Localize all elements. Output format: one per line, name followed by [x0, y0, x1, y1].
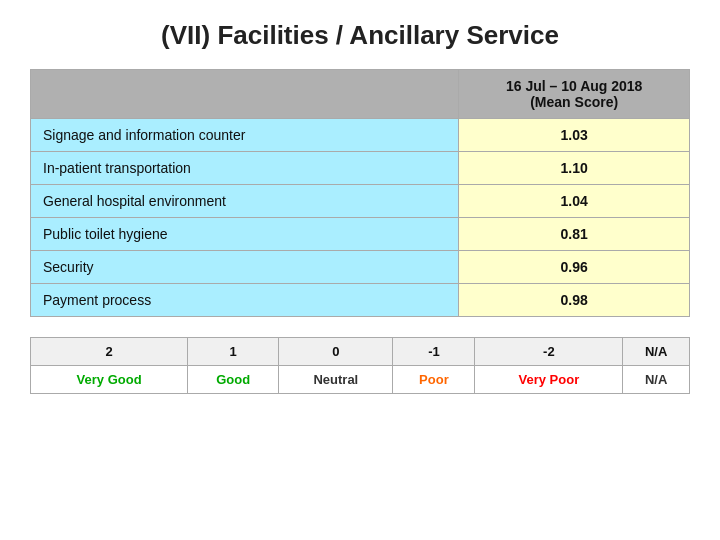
- table-row: In-patient transportation1.10: [31, 152, 690, 185]
- row-label: In-patient transportation: [31, 152, 459, 185]
- legend-number: N/A: [623, 338, 690, 366]
- legend-number: 0: [279, 338, 393, 366]
- legend-number: -1: [393, 338, 475, 366]
- row-score: 1.04: [459, 185, 690, 218]
- table-row: Security0.96: [31, 251, 690, 284]
- legend-num-row: 210-1-2N/A: [31, 338, 690, 366]
- legend-label: Poor: [393, 366, 475, 394]
- legend-number: 1: [188, 338, 279, 366]
- row-label: Public toilet hygiene: [31, 218, 459, 251]
- header-score-col: 16 Jul – 10 Aug 2018(Mean Score): [459, 70, 690, 119]
- main-table: 16 Jul – 10 Aug 2018(Mean Score) Signage…: [30, 69, 690, 317]
- legend-label-row: Very GoodGoodNeutralPoorVery PoorN/A: [31, 366, 690, 394]
- row-score: 1.03: [459, 119, 690, 152]
- page-title: (VII) Facilities / Ancillary Service: [161, 20, 559, 51]
- legend-label: N/A: [623, 366, 690, 394]
- header-label-col: [31, 70, 459, 119]
- table-header-row: 16 Jul – 10 Aug 2018(Mean Score): [31, 70, 690, 119]
- table-row: Public toilet hygiene0.81: [31, 218, 690, 251]
- row-label: Signage and information counter: [31, 119, 459, 152]
- row-label: General hospital environment: [31, 185, 459, 218]
- table-row: Signage and information counter1.03: [31, 119, 690, 152]
- legend-label: Neutral: [279, 366, 393, 394]
- row-score: 0.81: [459, 218, 690, 251]
- row-label: Security: [31, 251, 459, 284]
- row-score: 0.96: [459, 251, 690, 284]
- legend-table: 210-1-2N/A Very GoodGoodNeutralPoorVery …: [30, 337, 690, 394]
- table-row: General hospital environment1.04: [31, 185, 690, 218]
- row-label: Payment process: [31, 284, 459, 317]
- legend-label: Very Poor: [475, 366, 623, 394]
- legend-label: Good: [188, 366, 279, 394]
- table-row: Payment process0.98: [31, 284, 690, 317]
- row-score: 1.10: [459, 152, 690, 185]
- legend-number: 2: [31, 338, 188, 366]
- row-score: 0.98: [459, 284, 690, 317]
- legend-number: -2: [475, 338, 623, 366]
- legend-label: Very Good: [31, 366, 188, 394]
